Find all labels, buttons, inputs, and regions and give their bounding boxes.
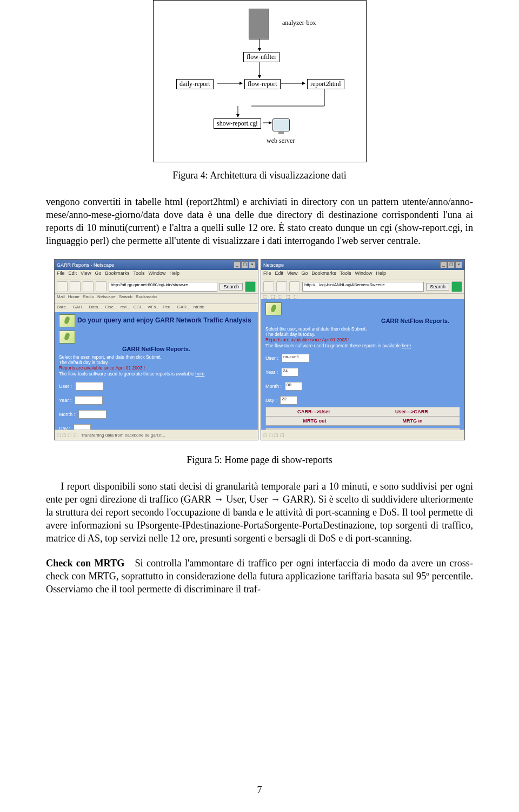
reload-button[interactable] (83, 281, 94, 292)
garr-to-user[interactable]: GARR--->User (297, 409, 330, 414)
figure-4-diagram: analyzer-box flow-nfilter daily-report f… (157, 1, 362, 155)
search-button-left[interactable]: Search (219, 283, 243, 291)
netscape-icon[interactable] (451, 281, 462, 292)
search-button-right[interactable]: Search (426, 283, 449, 291)
paragraph-3: Check con MRTG Si controlla l'ammontare … (46, 557, 473, 596)
bm-search[interactable]: Search (119, 294, 132, 303)
instr4ar: The flow-tools software used to generate… (265, 343, 402, 348)
menu-file[interactable]: File (57, 270, 65, 279)
label-year: Year : (59, 398, 71, 403)
menu-bookmarks[interactable]: Bookmarks (105, 270, 129, 279)
bm-home[interactable]: Home (68, 294, 79, 303)
user-to-garr[interactable]: User--->GARR (395, 409, 428, 414)
nav-toolbar-left: http://nfl.gp.gar.net:8080/cgi-bin/show-… (55, 280, 258, 294)
month-input-r[interactable]: 08 (285, 382, 302, 391)
instr3: Reports are available since April 01 200… (59, 365, 254, 371)
window-title-right: Netscape (263, 262, 284, 268)
italy-map-icon (59, 314, 75, 327)
menu-go[interactable]: Go (301, 270, 308, 279)
bm-bookmarks[interactable]: Bookmarks (136, 294, 157, 303)
menu-bookmarks[interactable]: Bookmarks (311, 270, 336, 279)
label-user-r: User : (265, 355, 278, 361)
figure-5-container: GARR Reports - Netscape _▢× File Edit Vi… (46, 259, 473, 440)
headline-left: Do your query and enjoy GARR Network Tra… (77, 316, 251, 324)
menubar-right[interactable]: File Edit View Go Bookmarks Tools Window… (261, 270, 464, 280)
figure-4-caption: Figura 4: Architettura di visualizzazion… (46, 170, 473, 181)
direction-box: GARR--->User User--->GARR (265, 407, 460, 417)
month-input[interactable] (78, 410, 107, 419)
back-button[interactable] (263, 281, 274, 292)
statusbar-left: ⬚ ⬚ ⬚ ⬚ Transferring data from backbone … (55, 430, 258, 440)
mrtg-out[interactable]: MRTG out (303, 418, 327, 424)
user-input[interactable] (75, 382, 103, 391)
content-left: Do your query and enjoy GARR Network Tra… (55, 312, 258, 440)
screenshot-left: GARR Reports - Netscape _▢× File Edit Vi… (54, 259, 258, 440)
nav-toolbar-right: http://.../cgi-bin/ANNLogi&Server=Sweeti… (261, 280, 464, 294)
content-right: GARR NetFlow Reports. Select the user, r… (261, 299, 464, 440)
italy-map-icon (59, 331, 75, 344)
instr2r: The default day is today. (265, 332, 460, 337)
titlebar-left: GARR Reports - Netscape _▢× (55, 260, 258, 270)
label-user: User : (59, 384, 72, 389)
window-title-left: GARR Reports - Netscape (57, 262, 114, 268)
here-link[interactable]: here (195, 371, 204, 377)
menu-help[interactable]: Help (169, 270, 179, 279)
instructions-right: Select the user, report and date then cl… (265, 326, 460, 348)
window-controls-right[interactable]: _▢× (440, 261, 462, 268)
status-text-left: Transferring data from backbone de.garr.… (81, 433, 165, 438)
day-input-r[interactable]: 22 (280, 396, 297, 405)
menu-file[interactable]: File (263, 270, 271, 279)
forward-button[interactable] (276, 281, 287, 292)
page-number: 7 (0, 784, 519, 796)
menu-view[interactable]: View (81, 270, 91, 279)
menu-edit[interactable]: Edit (275, 270, 284, 279)
window-controls-left[interactable]: _▢× (233, 261, 256, 268)
menu-help[interactable]: Help (376, 270, 386, 279)
menu-window[interactable]: Window (148, 270, 165, 279)
menu-go[interactable]: Go (95, 270, 101, 279)
figure-4-box: analyzer-box flow-nfilter daily-report f… (153, 0, 367, 162)
label-day-r: Day : (265, 398, 277, 403)
here-link-r[interactable]: here (402, 343, 411, 348)
url-field-left[interactable]: http://nfl.gp.gar.net:8080/cgi-bin/show-… (109, 282, 217, 292)
back-button[interactable] (57, 281, 68, 292)
user-input-r[interactable]: na-confi (282, 354, 310, 362)
url-field-right[interactable]: http://.../cgi-bin/ANNLogi&Server=Sweeti… (302, 282, 424, 292)
screenshot-right: Netscape _▢× File Edit View Go Bookmarks… (261, 259, 465, 440)
instructions-left: Select the user, report, and date then c… (59, 354, 254, 377)
panel-title-left: GARR NetFlow Reports. (59, 346, 254, 352)
titlebar-right: Netscape _▢× (261, 260, 464, 270)
bm-netscape[interactable]: Netscape (97, 294, 116, 303)
mrtg-in[interactable]: MRTG in (403, 418, 423, 424)
bm-radio[interactable]: Radio (83, 294, 94, 303)
instr3r: Reports are available since Apr 01 2003 … (265, 337, 460, 342)
label-month-r: Month : (265, 384, 282, 389)
year-input-r[interactable]: 24 (281, 368, 298, 377)
stop-button[interactable] (96, 281, 107, 292)
label-year-r: Year : (265, 369, 278, 375)
instr2: The default day is today. (59, 360, 254, 365)
menu-tools[interactable]: Tools (340, 270, 351, 279)
label-month: Month : (59, 412, 75, 417)
panel-title-right: GARR NetFlow Reports. (265, 318, 460, 324)
paragraph-1: vengono convertiti in tabelle html (repo… (46, 195, 473, 247)
bm-mail[interactable]: Mail (57, 294, 65, 303)
italy-map-icon (265, 302, 282, 315)
paragraph-2: I report disponibili sono stati decisi d… (46, 480, 473, 545)
year-input[interactable] (75, 396, 103, 405)
instr1r: Select the user, report and date then cl… (265, 326, 460, 332)
menu-view[interactable]: View (287, 270, 297, 279)
personal-toolbar-left-1: Mail Home Radio Netscape Search Bookmark… (55, 294, 258, 304)
figure-4-arrows (157, 1, 362, 155)
menubar-left[interactable]: File Edit View Go Bookmarks Tools Window… (55, 270, 258, 280)
instr4a: The flow-tools software used to generate… (59, 371, 195, 377)
menu-window[interactable]: Window (355, 270, 372, 279)
mrtg-box: MRTG out MRTG in (265, 416, 460, 426)
paragraph-3-head: Check con MRTG (46, 558, 124, 569)
menu-tools[interactable]: Tools (133, 270, 144, 279)
menu-edit[interactable]: Edit (69, 270, 77, 279)
netscape-icon[interactable] (245, 281, 256, 292)
reload-button[interactable] (289, 281, 300, 292)
statusbar-right: ⬚ ⬚ ⬚ ⬚ (261, 430, 464, 440)
forward-button[interactable] (70, 281, 81, 292)
